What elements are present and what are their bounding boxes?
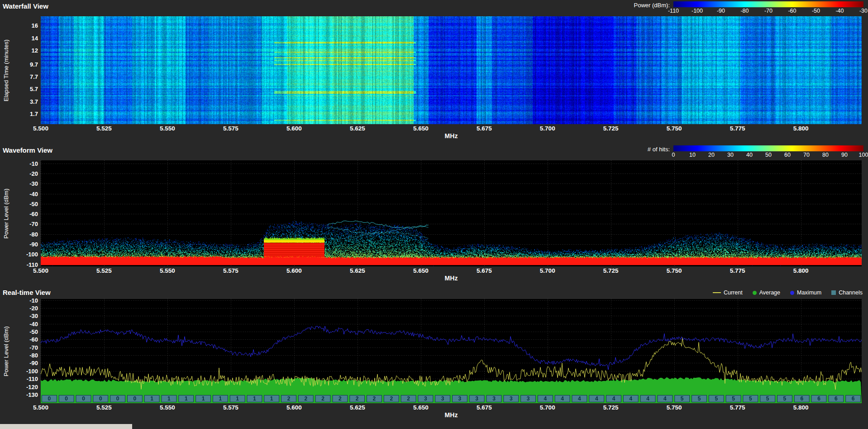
colorbar-tick-label: -90	[717, 8, 725, 14]
y-tick-label: 12	[32, 47, 38, 53]
y-tick-label: -90	[29, 360, 38, 366]
hits-colorbar-label: # of hits:	[648, 146, 670, 153]
colorbar-tick-label: -40	[835, 8, 844, 14]
current-swatch	[713, 292, 721, 293]
colorbar-tick-label: 80	[822, 152, 829, 158]
y-tick-label: -110	[27, 376, 38, 382]
x-tick-label: 5.700	[540, 125, 555, 132]
waveform-y-axis-label: Power Level (dBm)	[3, 188, 10, 239]
waterfall-header: Waterfall View Power (dBm): -110-100-90-…	[0, 1, 868, 16]
y-tick-label: 3.7	[30, 98, 38, 105]
legend-label: Current	[724, 289, 743, 296]
hits-colorbar: # of hits: 0102030405060708090100	[648, 145, 863, 159]
x-tick-label: 5.675	[477, 267, 492, 274]
colorbar-tick-label: 40	[746, 152, 753, 158]
x-tick-label: 5.600	[286, 267, 302, 274]
y-tick-label: 9.7	[30, 61, 38, 68]
waveform-plot-area	[41, 160, 862, 266]
realtime-plot-area	[41, 299, 862, 403]
x-tick-label: 5.800	[793, 125, 809, 132]
spectrum-analyzer-window: Waterfall View Power (dBm): -110-100-90-…	[0, 0, 868, 420]
colorbar-tick-label: 0	[672, 152, 675, 158]
x-tick-label: 5.625	[350, 267, 365, 274]
average-swatch	[753, 291, 757, 295]
x-tick-label: 5.650	[413, 404, 429, 411]
x-tick-label: 5.775	[730, 125, 745, 132]
power-gradient-bar	[673, 1, 863, 7]
colorbar-tick-label: 30	[727, 152, 734, 158]
x-tick-label: 5.675	[477, 125, 492, 132]
waterfall-y-axis: Elapsed Time (minutes)	[0, 16, 12, 124]
waveform-panel: Waveform View # of hits: 010203040506070…	[0, 144, 868, 284]
x-tick-label: 5.775	[730, 404, 745, 411]
y-tick-label: -60	[29, 211, 38, 217]
x-tick-label: 5.575	[223, 267, 238, 274]
colorbar-tick-label: -60	[788, 8, 796, 14]
x-tick-label: 5.800	[793, 404, 809, 411]
taskbar-fragment	[0, 424, 132, 429]
legend-item-average: Average	[753, 289, 780, 296]
power-colorbar-label: Power (dBm):	[634, 2, 670, 9]
waveform-y-axis: Power Level (dBm)	[0, 160, 12, 266]
x-tick-label: 5.625	[350, 404, 365, 411]
y-tick-label: -80	[29, 231, 38, 237]
realtime-panel: Real-time View CurrentAverageMaximumChan…	[0, 286, 868, 420]
waterfall-plot-area	[41, 16, 862, 124]
waveform-x-ticks: 5.5005.5255.5505.5755.6005.6255.6505.675…	[41, 266, 862, 275]
x-tick-label: 5.600	[286, 404, 302, 411]
y-tick-label: -130	[26, 391, 38, 398]
x-tick-label: 5.575	[223, 125, 238, 132]
power-colorbar: Power (dBm): -110-100-90-80-70-60-50-40-…	[634, 1, 863, 15]
x-tick-label: 5.750	[667, 125, 682, 132]
colorbar-tick-label: 90	[841, 152, 848, 158]
colorbar-tick-label: 60	[784, 152, 791, 158]
y-tick-label: -10	[29, 160, 38, 167]
y-tick-label: -30	[29, 313, 38, 319]
x-tick-label: 5.675	[477, 404, 492, 411]
realtime-legend: CurrentAverageMaximumChannels	[713, 289, 863, 296]
waveform-plot-grid: Power Level (dBm) -10-20-30-40-50-60-70-…	[0, 160, 868, 266]
x-tick-label: 5.625	[350, 125, 365, 132]
y-tick-label: -120	[26, 383, 38, 390]
x-tick-label: 5.750	[667, 404, 682, 411]
waveform-density-canvas[interactable]	[41, 160, 862, 266]
power-colorbar-ticks: -110-100-90-80-70-60-50-40-30	[673, 8, 863, 15]
hits-colorbar-ticks: 0102030405060708090100	[673, 152, 863, 159]
y-tick-label: -40	[29, 320, 38, 327]
y-tick-label: -50	[29, 200, 38, 207]
x-tick-label: 5.575	[223, 404, 238, 411]
y-tick-label: -100	[26, 367, 38, 374]
waterfall-heatmap-canvas[interactable]	[41, 16, 862, 124]
x-tick-label: 5.800	[793, 267, 809, 274]
x-tick-label: 5.550	[160, 125, 175, 132]
y-tick-label: -60	[29, 336, 38, 343]
realtime-title: Real-time View	[3, 289, 51, 296]
x-tick-label: 5.500	[33, 267, 48, 274]
y-tick-label: 14	[32, 34, 38, 41]
y-tick-label: -100	[26, 251, 38, 258]
y-tick-label: -70	[29, 344, 38, 351]
x-tick-label: 5.725	[603, 267, 619, 274]
y-tick-label: 1.7	[30, 110, 38, 117]
colorbar-tick-label: 100	[859, 152, 868, 158]
realtime-trace-canvas[interactable]	[41, 299, 862, 403]
waveform-x-axis-label: MHz	[41, 275, 862, 284]
legend-label: Average	[759, 289, 780, 296]
y-tick-label: 16	[32, 22, 38, 29]
x-tick-label: 5.650	[413, 125, 429, 132]
waveform-title: Waveform View	[3, 146, 52, 154]
colorbar-tick-label: -70	[764, 8, 773, 14]
x-tick-label: 5.700	[540, 404, 555, 411]
legend-item-maximum: Maximum	[790, 289, 821, 296]
legend-item-current: Current	[713, 289, 743, 296]
waterfall-y-ticks: 1614129.77.75.73.71.7	[12, 16, 41, 124]
y-tick-label: -20	[29, 170, 38, 177]
x-tick-label: 5.525	[96, 404, 112, 411]
hits-gradient-bar	[673, 145, 863, 151]
hits-colorbar-scale: 0102030405060708090100	[673, 145, 863, 159]
colorbar-tick-label: -50	[812, 8, 820, 14]
power-colorbar-scale: -110-100-90-80-70-60-50-40-30	[673, 1, 863, 15]
waterfall-panel: Waterfall View Power (dBm): -110-100-90-…	[0, 0, 868, 141]
colorbar-tick-label: -100	[692, 8, 703, 14]
realtime-x-ticks: 5.5005.5255.5505.5755.6005.6255.6505.675…	[41, 403, 862, 411]
